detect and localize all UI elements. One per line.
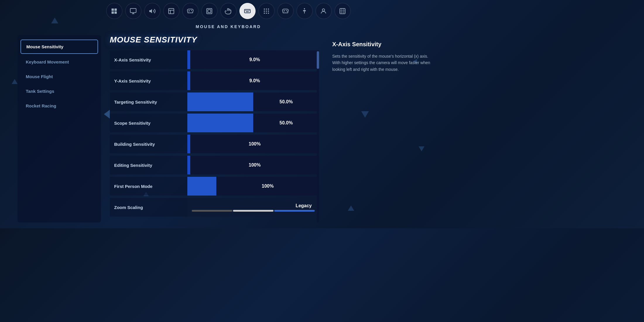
building-bar-accent bbox=[187, 135, 190, 153]
main-layout: Mouse Sensitivity Keyboard Movement Mous… bbox=[18, 35, 439, 222]
tab-1[interactable] bbox=[106, 3, 122, 19]
y-axis-value: 9.0% bbox=[249, 78, 260, 83]
first-person-bar-fill[interactable] bbox=[187, 177, 216, 196]
x-axis-bar-accent bbox=[187, 50, 190, 69]
tab-game[interactable] bbox=[163, 3, 179, 19]
svg-point-24 bbox=[266, 13, 267, 14]
tab-controller[interactable] bbox=[182, 3, 198, 19]
decorative-triangle-2 bbox=[12, 79, 18, 84]
svg-point-20 bbox=[264, 11, 265, 12]
setting-label-scope: Scope Sensitivity bbox=[114, 121, 187, 126]
svg-point-28 bbox=[304, 8, 305, 9]
tab-audio[interactable] bbox=[144, 3, 160, 19]
svg-point-19 bbox=[268, 8, 269, 10]
page-title: MOUSE AND KEYBOARD bbox=[0, 22, 457, 31]
sidebar-item-mouse-sensitivity[interactable]: Mouse Sensitivity bbox=[20, 40, 98, 54]
zoom-slider-area[interactable]: Legacy bbox=[187, 198, 319, 217]
svg-point-22 bbox=[268, 11, 269, 12]
svg-point-27 bbox=[287, 11, 288, 11]
svg-point-18 bbox=[266, 8, 267, 10]
targeting-bar-empty[interactable]: 50.0% bbox=[253, 93, 319, 111]
right-panel: X-Axis Sensitivity Sets the sensitivity … bbox=[328, 35, 439, 222]
svg-rect-4 bbox=[130, 8, 136, 13]
tab-gamepad[interactable] bbox=[278, 3, 294, 19]
setting-label-building: Building Sensitivity bbox=[114, 142, 187, 147]
section-title: MOUSE SENSITIVITY bbox=[110, 35, 319, 44]
first-person-bar-empty[interactable]: 100% bbox=[216, 177, 319, 196]
zoom-seg-blue[interactable] bbox=[274, 210, 315, 212]
svg-rect-11 bbox=[244, 9, 250, 13]
setting-targeting: Targeting Sensitivity 50.0% bbox=[110, 93, 319, 111]
svg-rect-6 bbox=[169, 8, 174, 14]
svg-rect-9 bbox=[207, 8, 212, 14]
svg-point-26 bbox=[286, 10, 287, 11]
tab-window[interactable] bbox=[201, 3, 217, 19]
setting-label-x-axis: X-Axis Sensitivity bbox=[114, 57, 187, 62]
targeting-value: 50.0% bbox=[280, 99, 293, 105]
center-content: MOUSE SENSITIVITY X-Axis Sensitivity 9.0… bbox=[110, 35, 319, 222]
editing-value: 100% bbox=[249, 162, 261, 168]
setting-editing: Editing Sensitivity 100% bbox=[110, 156, 319, 174]
scrollbar-thumb[interactable] bbox=[317, 51, 319, 69]
setting-y-axis: Y-Axis Sensitivity 9.0% bbox=[110, 71, 319, 90]
setting-x-axis: X-Axis Sensitivity 9.0% bbox=[110, 50, 319, 69]
top-navigation bbox=[0, 0, 457, 22]
scope-value: 50.0% bbox=[280, 120, 293, 126]
setting-label-first-person: First Person Mode bbox=[114, 184, 187, 189]
y-axis-bar-fill[interactable]: 9.0% bbox=[190, 71, 319, 90]
zoom-value: Legacy bbox=[296, 203, 315, 208]
svg-marker-5 bbox=[149, 9, 152, 13]
sidebar-item-tank-settings[interactable]: Tank Settings bbox=[20, 85, 98, 98]
right-panel-description: Sets the sensitivity of the mouse's hori… bbox=[332, 53, 435, 73]
tab-account[interactable] bbox=[316, 3, 332, 19]
svg-point-21 bbox=[266, 11, 267, 12]
y-axis-bar-accent bbox=[187, 71, 190, 90]
building-value: 100% bbox=[249, 141, 261, 147]
setting-label-editing: Editing Sensitivity bbox=[114, 163, 187, 168]
setting-zoom-scaling: Zoom Scaling Legacy bbox=[110, 198, 319, 217]
sidebar-item-rocket-racing[interactable]: Rocket Racing bbox=[20, 99, 98, 112]
sidebar-item-keyboard-movement[interactable]: Keyboard Movement bbox=[20, 55, 98, 68]
tab-accessibility[interactable] bbox=[297, 3, 313, 19]
editing-bar-fill[interactable]: 100% bbox=[190, 156, 319, 174]
right-panel-title: X-Axis Sensitivity bbox=[332, 41, 435, 48]
setting-label-zoom: Zoom Scaling bbox=[114, 205, 187, 210]
svg-point-29 bbox=[322, 9, 325, 11]
tab-hud[interactable] bbox=[258, 3, 275, 19]
sidebar: Mouse Sensitivity Keyboard Movement Mous… bbox=[18, 35, 101, 222]
scope-bar-fill[interactable] bbox=[187, 114, 253, 132]
zoom-seg-white[interactable] bbox=[233, 210, 273, 212]
tab-extra[interactable] bbox=[335, 3, 351, 19]
zoom-slider-track[interactable] bbox=[192, 210, 315, 212]
svg-rect-10 bbox=[208, 10, 211, 13]
first-person-value: 100% bbox=[262, 184, 274, 189]
scope-bar-empty[interactable]: 50.0% bbox=[253, 114, 319, 132]
svg-point-25 bbox=[268, 13, 269, 14]
tab-keyboard[interactable] bbox=[239, 3, 256, 19]
setting-scope: Scope Sensitivity 50.0% bbox=[110, 114, 319, 132]
svg-rect-2 bbox=[112, 11, 114, 14]
setting-label-y-axis: Y-Axis Sensitivity bbox=[114, 78, 187, 83]
targeting-bar-fill[interactable] bbox=[187, 93, 253, 111]
setting-label-targeting: Targeting Sensitivity bbox=[114, 100, 187, 105]
editing-bar-accent bbox=[187, 156, 190, 174]
setting-building: Building Sensitivity 100% bbox=[110, 135, 319, 153]
tab-display[interactable] bbox=[125, 3, 141, 19]
x-axis-value: 9.0% bbox=[249, 57, 260, 62]
setting-first-person: First Person Mode 100% bbox=[110, 177, 319, 196]
svg-point-23 bbox=[264, 13, 265, 14]
svg-rect-3 bbox=[114, 11, 117, 14]
svg-rect-0 bbox=[112, 8, 114, 11]
svg-rect-1 bbox=[114, 8, 117, 11]
zoom-seg-grey[interactable] bbox=[192, 210, 232, 212]
x-axis-bar-fill[interactable]: 9.0% bbox=[190, 50, 319, 69]
scrollbar-track[interactable] bbox=[317, 51, 319, 222]
building-bar-fill[interactable]: 100% bbox=[190, 135, 319, 153]
svg-point-17 bbox=[264, 8, 265, 10]
sidebar-item-mouse-flight[interactable]: Mouse Flight bbox=[20, 70, 98, 83]
svg-rect-30 bbox=[340, 8, 345, 14]
tab-touch[interactable] bbox=[220, 3, 237, 19]
